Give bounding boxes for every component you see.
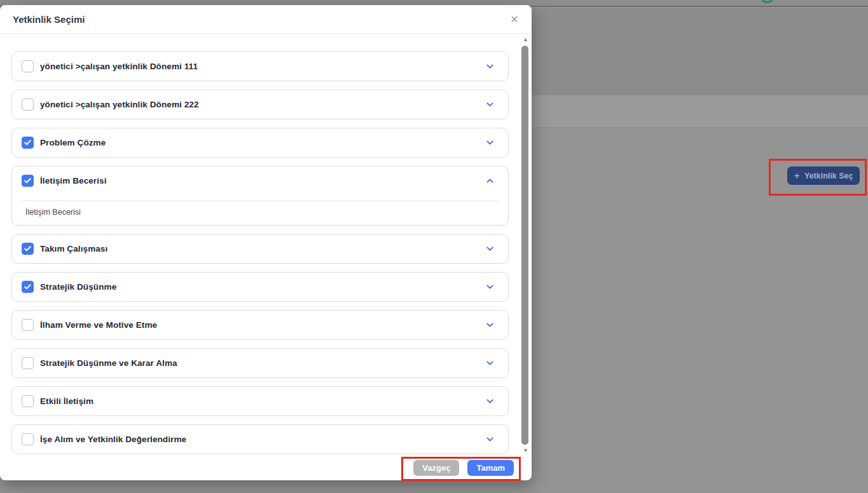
checkbox-unchecked[interactable] (22, 357, 34, 369)
competency-label: Etkili İletişim (40, 396, 93, 406)
competency-label: Stratejik Düşünme (40, 282, 116, 292)
competency-card[interactable]: Problem Çözme (11, 128, 509, 158)
competency-card-row[interactable]: Stratejik Düşünme (12, 273, 508, 301)
competency-card-row[interactable]: İlham Verme ve Motive Etme (12, 311, 508, 339)
competency-selection-modal: Yetkinlik Seçimi ✕ yönetici >çalışan yet… (0, 5, 532, 480)
competency-card[interactable]: yönetici >çalışan yetkinlik Dönemi 111 (11, 51, 509, 81)
chevron-down-icon[interactable] (485, 434, 495, 445)
checkbox-checked[interactable] (22, 137, 34, 149)
chevron-up-icon[interactable] (485, 175, 495, 186)
scrollbar-thumb[interactable] (521, 46, 528, 445)
chevron-down-icon[interactable] (485, 358, 495, 368)
competency-card-row[interactable]: İletişim Becerisi (12, 166, 508, 195)
checkbox-unchecked[interactable] (22, 395, 34, 407)
competency-card[interactable]: yönetici >çalışan yetkinlik Dönemi 222 (11, 90, 509, 119)
competency-label: Takım Çalışması (40, 244, 107, 253)
competency-label: yönetici >çalışan yetkinlik Dönemi 222 (40, 100, 199, 109)
competency-card[interactable]: İşe Alım ve Yetkinlik Değerlendirme (11, 424, 509, 454)
avatar-ring-icon (760, 0, 775, 3)
checkbox-unchecked[interactable] (22, 433, 34, 445)
checkbox-checked[interactable] (22, 175, 34, 187)
scroll-up-icon[interactable]: ▲ (521, 35, 530, 44)
checkbox-checked[interactable] (22, 281, 34, 293)
plus-icon: + (794, 171, 800, 181)
ok-button[interactable]: Tamam (467, 460, 514, 476)
competency-card[interactable]: Takım Çalışması (11, 234, 509, 264)
competency-list: yönetici >çalışan yetkinlik Dönemi 111yö… (0, 34, 520, 456)
sub-competency-label[interactable]: İletişim Becerisi (12, 201, 508, 225)
chevron-down-icon[interactable] (485, 61, 495, 72)
select-competency-button[interactable]: + Yetkinlik Seç (787, 166, 860, 185)
competency-card[interactable]: Etkili İletişim (11, 386, 509, 416)
competency-card[interactable]: Stratejik Düşünme ve Karar Alma (11, 348, 509, 378)
chevron-down-icon[interactable] (485, 396, 495, 407)
competency-card-row[interactable]: yönetici >çalışan yetkinlik Dönemi 222 (12, 90, 508, 119)
competency-card[interactable]: Stratejik Düşünme (11, 272, 509, 302)
checkbox-unchecked[interactable] (22, 60, 34, 72)
competency-label: Problem Çözme (40, 138, 106, 147)
chevron-down-icon[interactable] (485, 137, 495, 148)
select-competency-label: Yetkinlik Seç (804, 172, 853, 180)
competency-label: İşe Alım ve Yetkinlik Değerlendirme (40, 435, 186, 444)
modal-title: Yetkinlik Seçimi (13, 14, 85, 25)
competency-card-row[interactable]: Problem Çözme (12, 128, 508, 157)
modal-footer: Vazgeç Tamam (0, 456, 532, 480)
competency-label: İlham Verme ve Motive Etme (40, 320, 157, 330)
modal-scrollbar[interactable]: ▲ ▼ (521, 35, 530, 456)
competency-label: İletişim Becerisi (40, 176, 107, 186)
competency-card-row[interactable]: İşe Alım ve Yetkinlik Değerlendirme (12, 425, 508, 454)
chevron-down-icon[interactable] (485, 320, 495, 330)
chevron-down-icon[interactable] (485, 243, 495, 254)
competency-card-row[interactable]: yönetici >çalışan yetkinlik Dönemi 111 (12, 52, 508, 81)
competency-card-row[interactable]: Takım Çalışması (12, 234, 508, 263)
scroll-down-icon[interactable]: ▼ (521, 446, 530, 456)
checkbox-checked[interactable] (22, 243, 34, 255)
checkbox-unchecked[interactable] (22, 319, 34, 331)
checkbox-unchecked[interactable] (22, 98, 34, 111)
close-icon[interactable]: ✕ (507, 13, 521, 27)
competency-label: yönetici >çalışan yetkinlik Dönemi 111 (40, 62, 198, 71)
competency-card[interactable]: İletişim Becerisiİletişim Becerisi (11, 166, 509, 226)
competency-card-row[interactable]: Stratejik Düşünme ve Karar Alma (12, 349, 508, 377)
competency-label: Stratejik Düşünme ve Karar Alma (40, 358, 177, 368)
competency-card[interactable]: İlham Verme ve Motive Etme (11, 310, 509, 340)
cancel-button[interactable]: Vazgeç (413, 460, 459, 476)
chevron-down-icon[interactable] (485, 99, 495, 110)
chevron-down-icon[interactable] (485, 281, 495, 292)
competency-card-row[interactable]: Etkili İletişim (12, 387, 508, 415)
modal-header: Yetkinlik Seçimi ✕ (0, 5, 532, 34)
